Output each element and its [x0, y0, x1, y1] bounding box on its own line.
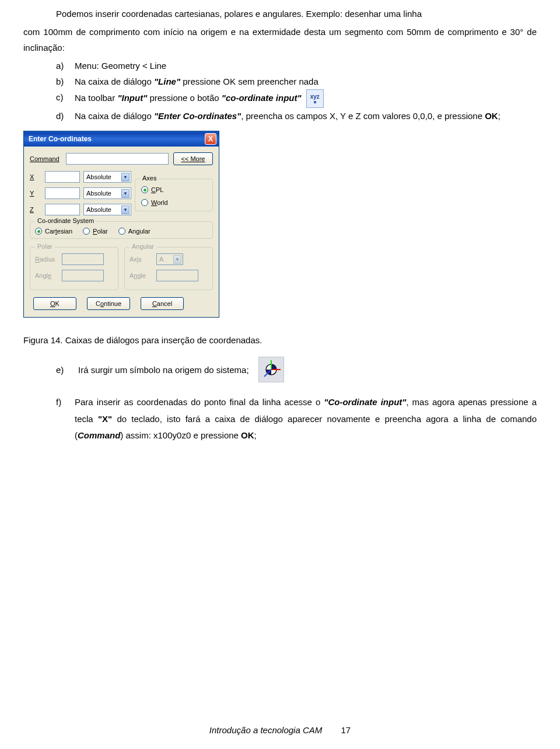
list-marker: e): [56, 365, 69, 375]
dialog-title: Enter Co-ordinates: [29, 135, 92, 143]
list-item: f) Para inserir as coordenadas do ponto …: [56, 394, 537, 444]
list-text: Na caixa de diálogo "Line" pressione OK …: [75, 74, 537, 89]
list-text: Para inserir as coordenadas do ponto fin…: [75, 394, 537, 444]
z-input[interactable]: [45, 204, 80, 215]
bold: "X": [98, 414, 112, 424]
intro-paragraph-line2: com 100mm de comprimento com início na o…: [23, 24, 537, 55]
origin-symbol-icon: [258, 357, 284, 382]
radius-input: [62, 253, 104, 265]
y-mode-select[interactable]: Absolute▼: [83, 187, 131, 199]
list-text: Na caixa de diálogo "Enter Co-ordinates"…: [75, 108, 537, 124]
command-input[interactable]: [66, 153, 169, 165]
list-text: Menu: Geometry < Line: [75, 58, 537, 74]
quoted: "Line": [154, 76, 180, 86]
list-item: c) Na toolbar "Input" pressione o botão …: [56, 89, 537, 108]
radio-label: Cartesian: [45, 228, 72, 235]
list-item: e) Irá surgir um símbolo na origem do si…: [56, 357, 537, 382]
quoted: "co-ordinate input": [222, 93, 302, 103]
bold: OK: [241, 430, 254, 440]
text: pressione OK sem preencher nada: [180, 76, 318, 86]
coordinate-system-group: Co-ordinate System Cartesian Polar Angul…: [30, 221, 213, 239]
y-label: Y: [30, 190, 41, 197]
list-text: Irá surgir um símbolo na origem do siste…: [78, 365, 249, 375]
coord-angular-radio[interactable]: Angular: [118, 228, 150, 235]
text: pressione o botão: [147, 93, 222, 103]
coord-legend: Co-ordinate System: [35, 217, 96, 224]
radio-label: CPL: [151, 186, 163, 193]
list-marker: a): [56, 58, 69, 74]
radio-label: Polar: [93, 228, 108, 235]
list-marker: c): [56, 89, 69, 105]
coord-polar-radio[interactable]: Polar: [83, 228, 108, 235]
axes-group: Axes CPL World: [135, 179, 213, 211]
radius-label: Radius: [35, 256, 58, 263]
chevron-down-icon: ▼: [173, 255, 181, 264]
dialog-body: Command << More X Absolute▼ Axes CPL Wor…: [24, 147, 219, 317]
text: Na caixa de diálogo: [75, 111, 154, 121]
text: ;: [498, 111, 501, 121]
coord-cartesian-radio[interactable]: Cartesian: [35, 228, 72, 235]
axes-cpl-radio[interactable]: CPL: [141, 186, 206, 193]
z-label: Z: [30, 206, 41, 213]
footer-title: Introdução a tecnologia CAM: [209, 725, 322, 735]
chevron-down-icon: ▼: [121, 173, 130, 182]
list-item: d) Na caixa de diálogo "Enter Co-ordinat…: [56, 108, 537, 124]
close-icon[interactable]: X: [205, 133, 216, 145]
axis-label: Axis: [130, 256, 153, 263]
text: Na toolbar: [75, 93, 117, 103]
bold: OK: [485, 111, 498, 121]
chevron-down-icon: ▼: [121, 205, 130, 214]
text: Para inserir as coordenadas do ponto fin…: [75, 397, 324, 407]
list-marker: d): [56, 108, 69, 124]
steps-list: a) Menu: Geometry < Line b) Na caixa de …: [56, 58, 537, 124]
chevron-down-icon: ▼: [121, 189, 130, 198]
quoted: "Input": [117, 93, 147, 103]
figure-caption: Figura 14. Caixas de diálogos para inser…: [23, 335, 537, 345]
polar-angle-input: [62, 270, 104, 281]
axes-world-radio[interactable]: World: [141, 199, 206, 206]
enter-coordinates-dialog: Enter Co-ordinates X Command << More X A…: [23, 131, 219, 318]
polar-angle-label: Angle: [35, 272, 58, 279]
intro-paragraph-line1: Podemos inserir coordenadas cartesianas,…: [23, 6, 537, 22]
page-footer: Introdução a tecnologia CAM 17: [0, 725, 560, 735]
icon-dot: [314, 101, 316, 103]
z-mode-select[interactable]: Absolute▼: [83, 204, 131, 215]
quoted: "Enter Co-ordinates": [154, 111, 241, 121]
list-item: a) Menu: Geometry < Line: [56, 58, 537, 74]
list-marker: b): [56, 74, 69, 89]
text: ;: [254, 430, 257, 440]
text: ) assim: x100y0z0 e pressione: [120, 430, 241, 440]
ok-button[interactable]: OK: [33, 297, 76, 310]
x-mode-select[interactable]: Absolute▼: [83, 171, 131, 183]
command-label: Command: [30, 155, 61, 162]
bold: Command: [78, 430, 120, 440]
list-item: b) Na caixa de diálogo "Line" pressione …: [56, 74, 537, 89]
list-text: Na toolbar "Input" pressione o botão "co…: [75, 89, 537, 108]
text: , preencha os campos X, Y e Z com valore…: [241, 111, 485, 121]
cancel-button[interactable]: Cancel: [141, 297, 184, 310]
list-marker: f): [56, 394, 69, 410]
coordinate-input-icon: xyz: [306, 89, 324, 108]
page-number: 17: [341, 725, 351, 735]
dialog-titlebar[interactable]: Enter Co-ordinates X: [24, 131, 219, 147]
icon-text: xyz: [310, 94, 320, 100]
radio-label: World: [151, 199, 168, 206]
angular-legend: Angular: [130, 243, 156, 250]
more-button[interactable]: << More: [173, 152, 213, 165]
angular-angle-input: [156, 270, 198, 281]
axis-select: A▼: [156, 253, 183, 265]
radio-label: Angular: [128, 228, 150, 235]
y-input[interactable]: [45, 187, 80, 199]
polar-group: Polar Radius Angle: [30, 247, 118, 290]
polar-legend: Polar: [35, 243, 55, 250]
text: Na caixa de diálogo: [75, 76, 154, 86]
x-label: X: [30, 173, 41, 180]
angular-angle-label: Angle: [130, 272, 153, 279]
x-input[interactable]: [45, 171, 80, 183]
quoted: "Co-ordinate input": [324, 397, 406, 407]
continue-button[interactable]: Continue: [87, 297, 130, 310]
axes-legend: Axes: [140, 175, 159, 182]
angular-group: Angular Axis A▼ Angle: [124, 247, 213, 290]
